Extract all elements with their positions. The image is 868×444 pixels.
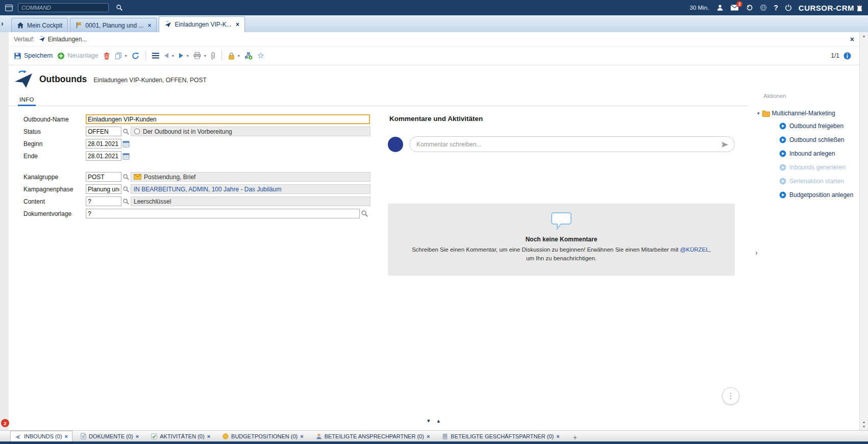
print-button[interactable]: ▾ bbox=[193, 52, 206, 59]
tab-mein-cockpit[interactable]: Mein Cockpit bbox=[11, 18, 68, 32]
chevron-down-icon[interactable]: ▾ bbox=[238, 54, 240, 58]
kanalgruppe-lookup-icon[interactable] bbox=[122, 174, 130, 181]
dokumentvorlage-input[interactable] bbox=[86, 209, 360, 218]
command-input[interactable] bbox=[18, 3, 109, 12]
content-code-input[interactable] bbox=[86, 196, 121, 206]
form-row-outbound-name: Outbound-Name bbox=[23, 114, 370, 124]
command-search-icon[interactable] bbox=[116, 4, 123, 11]
user-icon[interactable] bbox=[716, 4, 724, 11]
save-button[interactable]: Speichern bbox=[14, 52, 53, 60]
kanalgruppe-code-input[interactable] bbox=[86, 172, 121, 182]
actions-panel: Aktionen ▾ Multichannel-Marketing Outbou… bbox=[755, 83, 859, 369]
tab-info[interactable]: INFO bbox=[18, 96, 36, 106]
create-process-button[interactable] bbox=[244, 52, 253, 60]
copy-icon bbox=[115, 52, 122, 59]
bottom-tab-aktivitaeten[interactable]: AKTIVITÄTEN (0) × bbox=[147, 431, 214, 441]
tab-overflow-chevron-icon[interactable]: › bbox=[1, 19, 4, 28]
tree-collapse-icon[interactable]: ▾ bbox=[757, 111, 760, 116]
scroll-arrows[interactable]: ▴▾ bbox=[860, 420, 868, 429]
split-collapse-controls: ▾ ▴ bbox=[427, 417, 440, 424]
nav-next-button[interactable]: ▾ bbox=[179, 53, 189, 59]
status-code-input[interactable] bbox=[86, 127, 121, 136]
play-circle-icon bbox=[779, 164, 786, 171]
chevron-down-icon[interactable]: ▾ bbox=[187, 54, 189, 58]
play-circle-icon bbox=[779, 136, 786, 143]
add-tab-button[interactable]: + bbox=[568, 433, 582, 441]
calendar-icon[interactable] bbox=[122, 153, 130, 160]
close-icon[interactable]: × bbox=[236, 21, 239, 28]
help-icon[interactable]: ? bbox=[774, 4, 778, 12]
top-command-bar: 30 Min. 2 ? CURSOR-CRM bbox=[0, 0, 868, 15]
send-icon[interactable] bbox=[721, 141, 729, 150]
post-envelope-icon bbox=[134, 174, 141, 180]
calendar-icon[interactable] bbox=[122, 140, 130, 147]
session-timeout-label: 30 Min. bbox=[690, 5, 709, 11]
bottom-tab-inbounds[interactable]: INBOUNDS (0) × bbox=[10, 431, 72, 441]
close-icon[interactable]: × bbox=[136, 433, 139, 439]
status-label: Status bbox=[23, 128, 86, 135]
new-record-button[interactable]: Neuanlage bbox=[57, 52, 98, 60]
attachment-button[interactable] bbox=[211, 52, 215, 60]
nav-previous-button[interactable]: ▾ bbox=[164, 53, 174, 59]
kampagnenphase-code-input[interactable] bbox=[86, 184, 121, 194]
logout-power-icon[interactable] bbox=[785, 4, 792, 11]
history-label: Verlauf: bbox=[14, 36, 35, 43]
bottom-tab-budgetpositionen[interactable]: BUDGETPOSITIONEN (0) × bbox=[218, 431, 308, 441]
task-check-icon bbox=[151, 433, 157, 439]
favorite-star-icon[interactable]: ☆ bbox=[257, 52, 264, 59]
action-outbound-freigeben[interactable]: Outbound freigeben bbox=[779, 119, 859, 133]
close-icon[interactable]: × bbox=[427, 433, 430, 439]
plus-circle-icon bbox=[57, 52, 65, 60]
comment-input[interactable] bbox=[409, 136, 735, 152]
delete-button[interactable] bbox=[103, 52, 110, 60]
app-window-icon[interactable] bbox=[5, 5, 13, 11]
chevron-down-icon[interactable]: ▾ bbox=[204, 54, 206, 58]
action-outbound-schliessen[interactable]: Outbound schließen bbox=[779, 133, 859, 146]
history-entry[interactable]: Einladungen... bbox=[39, 36, 87, 43]
content-label: Content bbox=[23, 198, 86, 205]
close-icon[interactable]: × bbox=[207, 433, 210, 439]
chevron-down-icon[interactable]: ▾ bbox=[125, 54, 127, 58]
mail-icon[interactable]: 2 bbox=[730, 5, 739, 11]
kampagnenphase-lookup-icon[interactable] bbox=[122, 186, 130, 193]
bottom-tab-beteiligte-geschaeftspartner[interactable]: BETEILIGTE GESCHÄFTSPARTNER (0) × bbox=[438, 431, 563, 441]
content-lookup-icon[interactable] bbox=[122, 198, 130, 205]
close-document-icon[interactable]: × bbox=[850, 35, 854, 43]
lock-button[interactable]: ▾ bbox=[228, 52, 240, 60]
tab-outbound-einladungen[interactable]: Einladungen VIP-K... × bbox=[159, 16, 244, 32]
vertical-scrollbar[interactable]: ▾ ▴▾ bbox=[859, 32, 868, 431]
globe-icon[interactable] bbox=[760, 4, 767, 11]
collapse-down-icon[interactable]: ▾ bbox=[427, 417, 430, 424]
collapse-up-icon[interactable]: ▴ bbox=[437, 417, 440, 424]
action-inbound-anlegen[interactable]: Inbound anlegen bbox=[779, 146, 859, 160]
mention-link[interactable]: @KÜRZEL bbox=[680, 246, 709, 253]
kampagnenphase-description-link[interactable]: IN BEARBEITUNG, ADMIN, 100 Jahre - Das J… bbox=[131, 184, 370, 194]
menu-button[interactable] bbox=[152, 53, 159, 59]
chevron-down-icon[interactable]: ▾ bbox=[172, 54, 174, 58]
ende-date-input[interactable] bbox=[86, 151, 121, 161]
refresh-button[interactable] bbox=[132, 52, 139, 60]
close-icon[interactable]: × bbox=[147, 22, 151, 29]
tab-kampagnenphase[interactable]: 0001, Planung und ... × bbox=[70, 18, 157, 32]
undo-history-icon[interactable] bbox=[746, 4, 753, 11]
close-icon[interactable]: × bbox=[556, 433, 559, 439]
save-icon bbox=[14, 52, 21, 60]
beginn-date-input[interactable] bbox=[86, 139, 121, 149]
status-lookup-icon[interactable] bbox=[122, 128, 130, 135]
copy-button[interactable]: ▾ bbox=[115, 52, 127, 59]
folder-icon bbox=[762, 110, 770, 117]
dokumentvorlage-lookup-icon[interactable] bbox=[361, 210, 368, 217]
bottom-tab-dokumente[interactable]: DOKUMENTE (0) × bbox=[77, 431, 143, 441]
action-budgetposition-anlegen[interactable]: Budgetposition anlegen bbox=[779, 188, 859, 202]
actions-group-multichannel-marketing[interactable]: ▾ Multichannel-Marketing bbox=[757, 109, 859, 118]
close-icon[interactable]: × bbox=[65, 433, 68, 439]
outbound-name-input[interactable] bbox=[86, 114, 370, 124]
panel-collapse-chevron-icon[interactable]: › bbox=[755, 249, 758, 257]
close-icon[interactable]: × bbox=[300, 433, 303, 439]
outbound-plane-icon bbox=[164, 21, 171, 28]
bottom-tab-beteiligte-ansprechpartner[interactable]: BETEILIGTE ANSPRECHPARTNER (0) × bbox=[312, 431, 434, 441]
more-options-button[interactable]: ⋮ bbox=[722, 387, 739, 405]
scroll-menu-chevron-icon[interactable]: ▾ bbox=[860, 34, 868, 39]
info-icon[interactable] bbox=[844, 52, 851, 60]
detail-tab-strip: INFO bbox=[9, 93, 748, 106]
